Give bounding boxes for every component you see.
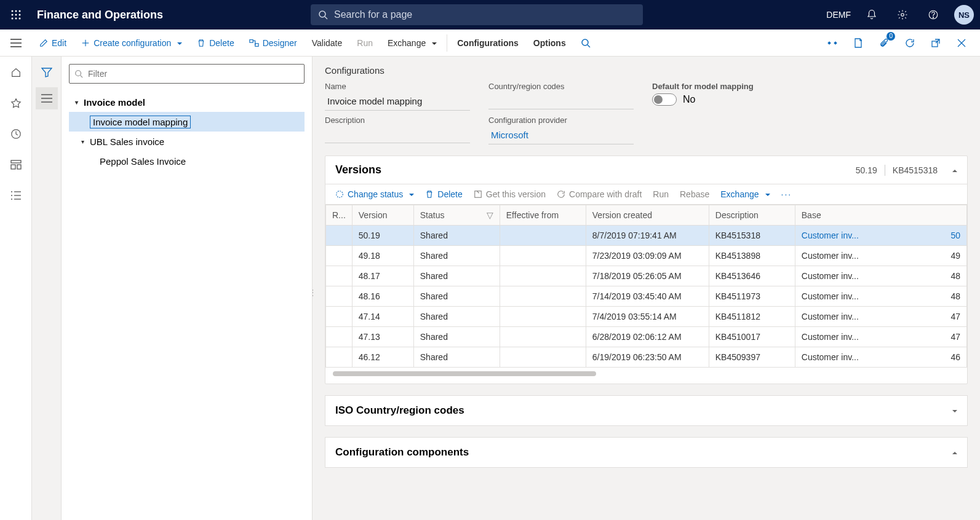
nav-toggle-icon[interactable] bbox=[0, 39, 32, 47]
related-info-icon[interactable] bbox=[824, 34, 841, 52]
search-command-icon[interactable] bbox=[573, 30, 598, 57]
validate-button[interactable]: Validate bbox=[305, 30, 350, 57]
edit-button[interactable]: Edit bbox=[32, 30, 74, 57]
splitter-handle[interactable]: ⋮ bbox=[313, 288, 316, 297]
iso-codes-section[interactable]: ISO Country/region codes bbox=[325, 395, 968, 426]
designer-icon bbox=[249, 39, 259, 47]
svg-point-3 bbox=[12, 14, 14, 16]
description-value[interactable] bbox=[325, 127, 470, 143]
left-rail bbox=[0, 57, 32, 520]
cell-version: 48.16 bbox=[352, 286, 413, 307]
col-effective[interactable]: Effective from bbox=[500, 205, 586, 226]
default-mapping-toggle[interactable]: No bbox=[652, 93, 797, 106]
svg-rect-29 bbox=[11, 160, 21, 163]
cell-version: 47.14 bbox=[352, 307, 413, 327]
cell-base: Customer inv... 48 bbox=[795, 286, 966, 307]
tree-node-peppol-sales-invoice[interactable]: Peppol Sales Invoice bbox=[69, 151, 305, 171]
provider-link[interactable]: Microsoft bbox=[488, 127, 634, 144]
pencil-icon bbox=[39, 39, 48, 47]
company-picker[interactable]: DEMF bbox=[826, 10, 851, 20]
popout-icon[interactable] bbox=[927, 34, 944, 52]
svg-point-43 bbox=[337, 191, 343, 198]
change-status-button[interactable]: Change status bbox=[335, 189, 414, 199]
filter-icon[interactable]: ▽ bbox=[487, 210, 493, 220]
help-icon[interactable] bbox=[923, 5, 943, 25]
home-icon[interactable] bbox=[6, 63, 26, 82]
attachments-icon[interactable]: 0 bbox=[875, 34, 893, 52]
cell-description: KB4513646 bbox=[709, 266, 795, 286]
chevron-down-icon bbox=[950, 404, 957, 417]
name-value[interactable]: Invoice model mapping bbox=[325, 93, 470, 111]
favorites-icon[interactable] bbox=[6, 93, 26, 113]
cell-description: KB4511812 bbox=[709, 307, 795, 327]
app-launcher-icon[interactable] bbox=[6, 5, 26, 25]
tree-filter[interactable] bbox=[69, 64, 305, 84]
options-tab[interactable]: Options bbox=[526, 30, 573, 57]
designer-button[interactable]: Designer bbox=[242, 30, 305, 57]
table-row[interactable]: 46.12Shared6/19/2019 06:23:50 AMKB450939… bbox=[326, 347, 967, 368]
versions-card: Versions 50.19 KB4515318 Change status D… bbox=[325, 156, 968, 384]
col-status[interactable]: Status▽ bbox=[413, 205, 500, 226]
delete-button[interactable]: Delete bbox=[189, 30, 241, 57]
cell-description: KB4515318 bbox=[709, 226, 795, 246]
col-r[interactable]: R... bbox=[326, 205, 353, 226]
table-row[interactable]: 49.18Shared7/23/2019 03:09:09 AMKB451389… bbox=[326, 246, 967, 266]
horizontal-scrollbar[interactable] bbox=[333, 371, 960, 377]
svg-point-4 bbox=[15, 14, 17, 16]
status-icon bbox=[335, 190, 344, 199]
filter-strip bbox=[32, 57, 62, 520]
toggle-pill[interactable] bbox=[652, 93, 677, 106]
filter-icon[interactable] bbox=[36, 61, 58, 84]
table-row[interactable]: 50.19Shared8/7/2019 07:19:41 AMKB4515318… bbox=[326, 226, 967, 246]
col-base[interactable]: Base bbox=[795, 205, 966, 226]
close-icon[interactable] bbox=[953, 34, 970, 52]
cell-version: 46.12 bbox=[352, 347, 413, 368]
col-created[interactable]: Version created bbox=[586, 205, 709, 226]
configurations-tab[interactable]: Configurations bbox=[450, 30, 526, 57]
svg-point-8 bbox=[19, 18, 21, 20]
modules-icon[interactable] bbox=[6, 186, 26, 205]
col-description[interactable]: Description bbox=[709, 205, 795, 226]
global-search[interactable]: Search for a page bbox=[311, 4, 643, 25]
svg-point-0 bbox=[12, 10, 14, 12]
col-version[interactable]: Version bbox=[352, 205, 413, 226]
change-status-label: Change status bbox=[348, 189, 403, 199]
tree-node-invoice-model-mapping[interactable]: Invoice model mapping bbox=[69, 112, 305, 132]
exchange-button[interactable]: Exchange bbox=[380, 30, 444, 57]
table-row[interactable]: 48.16Shared7/14/2019 03:45:40 AMKB451197… bbox=[326, 286, 967, 307]
cell-version: 47.13 bbox=[352, 327, 413, 347]
tree-node-invoice-model[interactable]: ▾Invoice model bbox=[69, 92, 305, 112]
tree-label: UBL Sales invoice bbox=[90, 136, 164, 147]
recents-icon[interactable] bbox=[6, 124, 26, 144]
table-row[interactable]: 47.14Shared7/4/2019 03:55:14 AMKB4511812… bbox=[326, 307, 967, 327]
cell-r bbox=[326, 347, 353, 368]
cell-status: Shared bbox=[413, 266, 500, 286]
settings-icon[interactable] bbox=[893, 5, 912, 25]
create-configuration-button[interactable]: Create configuration bbox=[74, 30, 189, 57]
svg-rect-20 bbox=[255, 43, 258, 45]
workspaces-icon[interactable] bbox=[6, 155, 26, 175]
table-row[interactable]: 48.17Shared7/18/2019 05:26:05 AMKB451364… bbox=[326, 266, 967, 286]
user-avatar[interactable]: NS bbox=[954, 5, 974, 25]
refresh-icon[interactable] bbox=[901, 34, 918, 52]
tree-label: Peppol Sales Invoice bbox=[100, 156, 186, 167]
list-view-icon[interactable] bbox=[36, 87, 58, 109]
country-label: Country/region codes bbox=[488, 82, 634, 91]
versions-title: Versions bbox=[335, 163, 381, 176]
table-row[interactable]: 47.13Shared6/28/2019 02:06:12 AMKB451001… bbox=[326, 327, 967, 347]
config-components-section[interactable]: Configuration components bbox=[325, 437, 968, 468]
cell-r bbox=[326, 286, 353, 307]
open-office-icon[interactable] bbox=[850, 34, 867, 52]
version-exchange-button[interactable]: Exchange bbox=[720, 189, 770, 199]
cell-r bbox=[326, 226, 353, 246]
tree-label: Invoice model mapping bbox=[90, 116, 191, 128]
more-actions-icon[interactable]: ··· bbox=[781, 189, 792, 199]
options-label: Options bbox=[533, 38, 566, 48]
notifications-icon[interactable] bbox=[862, 5, 882, 25]
tree-node-ubl-sales-invoice[interactable]: ▾UBL Sales invoice bbox=[69, 132, 305, 151]
collapse-icon[interactable] bbox=[950, 165, 957, 175]
tree-filter-input[interactable] bbox=[88, 69, 299, 79]
version-delete-button[interactable]: Delete bbox=[425, 189, 462, 199]
country-value[interactable] bbox=[488, 93, 634, 109]
svg-point-11 bbox=[901, 14, 904, 17]
